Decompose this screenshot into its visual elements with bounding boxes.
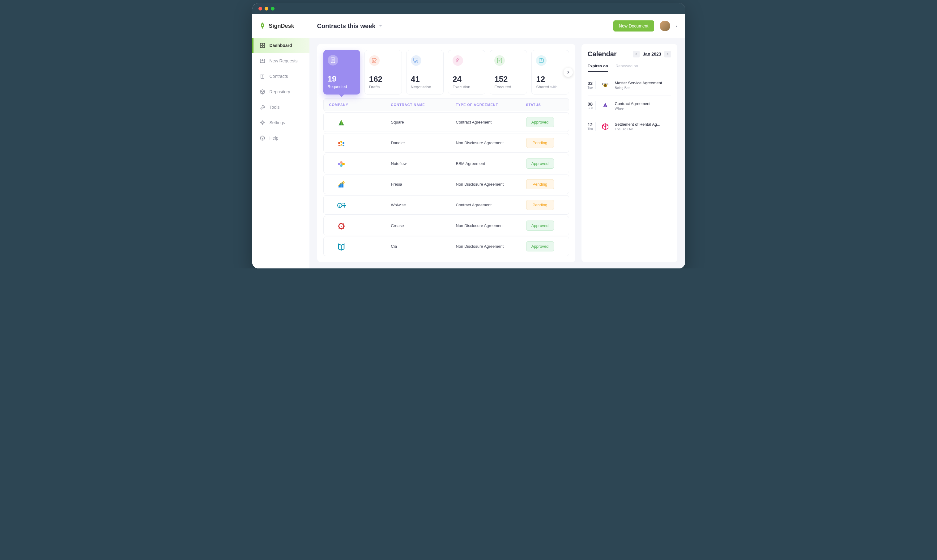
title-dropdown-icon[interactable] [379,25,382,28]
doc-icon [328,55,338,66]
sidebar-item-label: Tools [270,105,280,110]
card-count: 19 [328,74,356,84]
svg-point-47 [606,83,608,85]
sidebar-item-help[interactable]: Help [252,130,309,146]
svg-rect-2 [263,43,265,45]
status-badge: Pending [526,200,554,210]
contract-name: Dandler [391,140,456,145]
svg-point-12 [262,139,263,140]
svg-point-28 [338,163,340,165]
calendar-item-subtitle: The Big Owl [615,127,671,131]
sidebar-item-label: Dashboard [270,43,292,48]
sidebar-item-contracts[interactable]: Contracts [252,69,309,84]
cards-next-button[interactable] [563,68,573,77]
chat-icon [411,55,421,66]
inbox-icon [260,58,265,64]
status-card-drafts[interactable]: 162Drafts [364,50,402,94]
sidebar-item-tools[interactable]: Tools [252,100,309,115]
card-count: 162 [369,74,397,84]
contract-name: Crease [391,223,456,228]
tab-renewed-on[interactable]: Renewed on [616,64,638,72]
table-row[interactable]: DandlerNon Disclosure AgreementPending [323,133,569,152]
svg-point-0 [261,25,263,26]
edit-icon [369,55,380,66]
calendar-prev-button[interactable] [633,51,640,57]
table-header: COMPANY CONTRACT NAME TYPE OF AGREEMENT … [323,98,569,111]
sidebar: SignDesk DashboardNew RequestsContractsR… [252,14,309,268]
table-row[interactable]: FresiaNon Disclosure AgreementPending [323,174,569,194]
svg-rect-4 [263,46,265,48]
sidebar-item-repository[interactable]: Repository [252,84,309,100]
agreement-type: Non Disclosure Agreement [456,140,526,145]
minimize-window-icon[interactable] [265,7,268,11]
calendar-item[interactable]: 08SunContract AgreementWheel [588,95,671,116]
card-count: 41 [411,74,439,84]
table-row[interactable]: CiaNon Disclosure AgreementApproved [323,237,569,256]
card-label: Negotiation [411,85,439,89]
check-icon [494,55,505,66]
card-label: Requested [328,84,356,89]
calendar-company-logo [600,80,610,89]
status-badge: Pending [526,179,554,189]
titlebar [252,3,685,14]
th-agreement-type: TYPE OF AGREEMENT [456,103,526,106]
signdesk-logo-icon [258,22,267,30]
sidebar-item-label: Settings [270,120,286,125]
svg-point-25 [340,161,343,164]
new-document-button[interactable]: New Document [613,20,654,31]
contract-name: Cia [391,244,456,249]
card-count: 24 [452,74,481,84]
status-card-negotiation[interactable]: 41Negotiation [406,50,444,94]
calendar-item[interactable]: 12ThuSettlement of Rental Ag...The Big O… [588,116,671,137]
table-row[interactable]: NoteflowBBM AgreementApproved [323,154,569,173]
box-icon [260,89,265,94]
calendar-next-button[interactable] [664,51,671,57]
table-row[interactable]: ACreaseNon Disclosure AgreementApproved [323,216,569,235]
brand-logo: SignDesk [252,19,309,38]
agreement-type: Non Disclosure Agreement [456,182,526,186]
contract-name: Noteflow [391,161,456,166]
svg-point-46 [602,83,605,85]
th-status: STATUS [526,103,563,106]
card-label: Executed [494,85,522,89]
brand-name: SignDesk [269,23,294,29]
company-logo [335,180,347,189]
status-card-executed[interactable]: 152Executed [490,50,527,94]
contracts-panel: 19Requested162Drafts41Negotiation24Execu… [317,44,575,262]
company-logo [335,138,347,148]
user-avatar[interactable] [660,21,670,31]
calendar-item-subtitle: Being Bee [615,86,671,89]
calendar-date: 12Thu [588,122,596,131]
sidebar-item-settings[interactable]: Settings [252,115,309,130]
status-badge: Approved [526,117,554,127]
user-menu-chevron-icon[interactable]: ▾ [676,25,677,28]
calendar-date: 08Sun [588,101,596,110]
close-window-icon[interactable] [258,7,262,11]
th-contract-name: CONTRACT NAME [391,103,456,106]
svg-text:A: A [340,225,342,228]
table-row[interactable]: eWolwiseContract AgreementPending [323,195,569,215]
gear-icon [260,120,265,125]
svg-point-18 [415,60,418,63]
sidebar-item-new-requests[interactable]: New Requests [252,53,309,69]
company-logo: e [335,200,347,210]
status-card-execution[interactable]: 24Execution [448,50,485,94]
tab-expires-on[interactable]: Expires on [588,64,608,72]
calendar-item[interactable]: 03TueMaster Service AgreementBeing Bee [588,75,671,95]
calendar-item-title: Contract Agreement [615,101,671,106]
card-count: 12 [536,74,564,84]
table-row[interactable]: SquareContract AgreementApproved [323,112,569,132]
agreement-type: BBM Agreement [456,161,526,166]
maximize-window-icon[interactable] [271,7,275,11]
status-badge: Approved [526,158,554,169]
svg-point-37 [344,203,345,205]
contract-name: Fresia [391,182,456,186]
sidebar-item-dashboard[interactable]: Dashboard [252,38,309,53]
calendar-item-title: Master Service Agreement [615,81,671,85]
status-card-requested[interactable]: 19Requested [323,50,360,94]
main-content: Contracts this week New Document ▾ 19Req… [309,14,685,268]
calendar-date: 03Tue [588,81,596,89]
status-badge: Pending [526,138,554,148]
page-title: Contracts this week [317,23,376,30]
svg-rect-3 [260,46,262,48]
